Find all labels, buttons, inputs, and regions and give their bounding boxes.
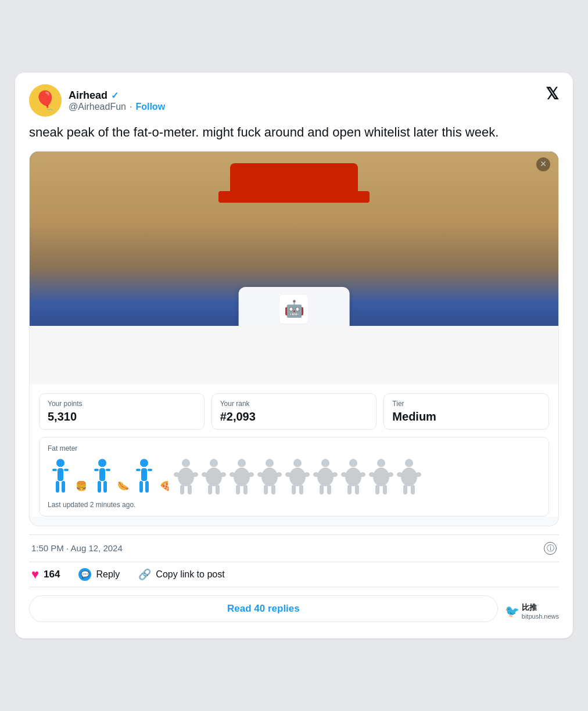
verified-badge: ✓ xyxy=(111,90,119,101)
tier-value: Medium xyxy=(392,410,540,423)
svg-rect-34 xyxy=(236,485,240,494)
svg-rect-28 xyxy=(208,485,212,494)
svg-point-32 xyxy=(230,472,235,477)
character-art: × 🤖 Air Heads ✓ from Arthur Hayes with O… xyxy=(30,152,558,384)
link-icon: 🔗 xyxy=(138,568,151,581)
rank-label: Your rank xyxy=(220,400,368,408)
reply-bubble-icon: 💬 xyxy=(78,568,91,581)
svg-point-6 xyxy=(98,459,106,467)
svg-point-37 xyxy=(261,468,278,486)
rank-box: Your rank #2,093 xyxy=(211,393,377,430)
actions-row: ♥ 164 💬 Reply 🔗 Copy link to post xyxy=(29,562,559,587)
food-emoji: 🍕 xyxy=(159,480,171,491)
bitpush-domain: bitpush.news xyxy=(522,613,559,620)
svg-rect-5 xyxy=(62,481,65,493)
svg-rect-70 xyxy=(403,485,407,494)
svg-point-63 xyxy=(388,472,393,477)
avatar[interactable]: 🎈 xyxy=(29,84,62,117)
svg-point-54 xyxy=(349,459,357,467)
name-label: Airhead xyxy=(69,89,107,102)
fat-meter-figure xyxy=(173,458,199,496)
timestamp-row: 1:50 PM · Aug 12, 2024 ⓘ xyxy=(29,542,559,555)
bitpush-badge: 🐦 比推 bitpush.news xyxy=(505,602,559,620)
fat-meter-figure xyxy=(257,458,282,496)
svg-point-21 xyxy=(192,472,198,477)
svg-point-38 xyxy=(257,472,263,477)
box-bottom xyxy=(30,326,558,384)
bitpush-name: 比推 xyxy=(522,602,559,613)
svg-point-0 xyxy=(56,459,64,467)
svg-point-51 xyxy=(332,472,338,477)
close-button[interactable]: × xyxy=(536,157,550,171)
points-box: Your points 5,310 xyxy=(39,393,205,430)
display-name: Airhead ✓ xyxy=(69,89,165,102)
fat-meter-figure xyxy=(340,458,366,496)
fat-meter-figure xyxy=(131,458,157,496)
svg-rect-3 xyxy=(64,469,69,471)
svg-point-61 xyxy=(373,468,389,486)
read-replies-label: Read 40 replies xyxy=(227,603,300,615)
read-replies-button[interactable]: Read 40 replies xyxy=(29,595,498,622)
svg-rect-71 xyxy=(411,485,415,494)
svg-rect-16 xyxy=(139,481,143,493)
svg-rect-47 xyxy=(299,485,303,494)
svg-point-67 xyxy=(401,468,417,486)
reply-label: Reply xyxy=(96,569,120,580)
user-info: 🎈 Airhead ✓ @AirheadFun · Follow xyxy=(29,84,165,117)
rank-value: #2,093 xyxy=(220,410,368,423)
svg-point-57 xyxy=(360,472,365,477)
fat-meter-label: Fat meter xyxy=(48,444,540,453)
fat-meter-figure xyxy=(89,458,115,496)
svg-rect-40 xyxy=(264,485,268,494)
tweet-footer: 1:50 PM · Aug 12, 2024 ⓘ ♥ 164 💬 Reply 🔗… xyxy=(29,534,559,638)
tier-box: Tier Medium xyxy=(383,393,549,430)
svg-point-31 xyxy=(234,468,250,486)
svg-rect-23 xyxy=(188,485,192,494)
svg-rect-41 xyxy=(271,485,275,494)
svg-rect-1 xyxy=(58,468,63,481)
svg-point-33 xyxy=(248,472,254,477)
character-hat xyxy=(230,163,358,198)
tweet-card: 🎈 Airhead ✓ @AirheadFun · Follow 𝕏 sneak… xyxy=(15,73,573,638)
copy-link-action[interactable]: 🔗 Copy link to post xyxy=(138,568,224,581)
fat-meter-figure xyxy=(48,458,73,496)
points-value: 5,310 xyxy=(48,410,196,423)
svg-point-66 xyxy=(405,459,413,467)
svg-rect-35 xyxy=(243,485,248,494)
likes-count: 164 xyxy=(44,569,60,580)
last-updated-text: Last updated 2 minutes ago. xyxy=(48,501,540,509)
svg-rect-10 xyxy=(98,481,101,493)
svg-rect-64 xyxy=(375,485,379,494)
svg-rect-65 xyxy=(383,485,387,494)
svg-point-44 xyxy=(285,472,291,477)
svg-point-56 xyxy=(341,472,347,477)
svg-point-55 xyxy=(345,468,361,486)
read-replies-row: Read 40 replies 🐦 比推 bitpush.news xyxy=(29,593,559,631)
reply-action[interactable]: 💬 Reply xyxy=(78,568,120,581)
fat-meter-figure xyxy=(368,458,394,496)
dot-separator: · xyxy=(130,102,132,112)
svg-rect-9 xyxy=(106,469,110,471)
svg-point-24 xyxy=(210,459,218,467)
username-label: @AirheadFun xyxy=(69,102,126,112)
svg-rect-46 xyxy=(292,485,296,494)
svg-rect-7 xyxy=(99,468,105,481)
copy-link-label: Copy link to post xyxy=(156,569,224,580)
x-logo[interactable]: 𝕏 xyxy=(546,84,559,103)
likes-action[interactable]: ♥ 164 xyxy=(31,567,60,582)
svg-point-43 xyxy=(289,468,306,486)
fat-meter-figure xyxy=(396,458,422,496)
bitpush-info: 比推 bitpush.news xyxy=(522,602,559,620)
svg-point-30 xyxy=(238,459,246,467)
food-emoji: 🌭 xyxy=(117,480,129,491)
svg-rect-58 xyxy=(347,485,352,494)
follow-button[interactable]: Follow xyxy=(135,102,165,112)
svg-rect-53 xyxy=(327,485,331,494)
info-icon[interactable]: ⓘ xyxy=(544,542,557,555)
fat-meter-figure xyxy=(313,458,338,496)
svg-point-60 xyxy=(377,459,385,467)
svg-rect-4 xyxy=(56,481,59,493)
heart-icon: ♥ xyxy=(31,567,39,582)
fat-meter-box: Fat meter 🍔🌭🍕 Last updated 2 minutes ago… xyxy=(39,437,549,516)
timestamp: 1:50 PM · Aug 12, 2024 xyxy=(31,543,123,553)
